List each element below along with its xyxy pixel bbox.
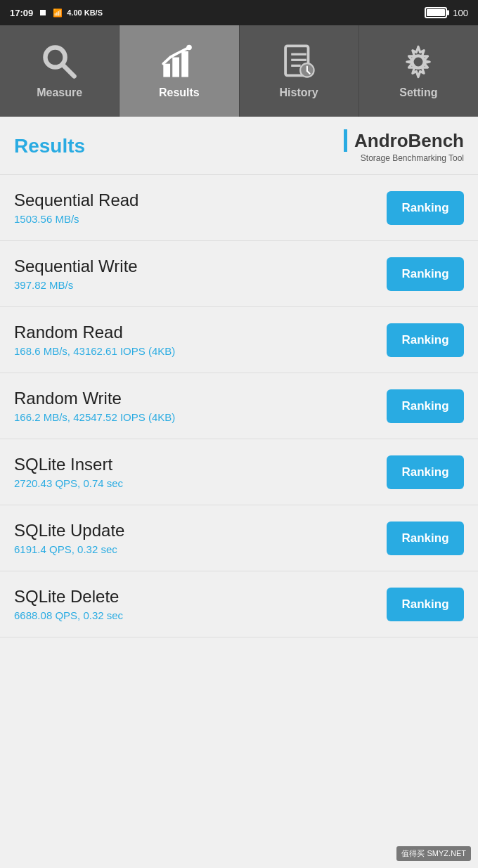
tab-setting[interactable]: Setting [359,25,478,117]
result-value: 2720.43 QPS, 0.74 sec [14,477,387,489]
brand-subtitle: Storage Benchmarking Tool [361,153,464,163]
svg-point-5 [186,45,192,51]
brand-bar [344,129,347,152]
navigation-tabs: Measure Results Histor [0,25,478,117]
page-header: Results AndroBench Storage Benchmarking … [0,117,478,175]
result-info: Sequential Read 1503.56 MB/s [14,190,387,225]
brand-name: AndroBench [344,129,464,152]
result-value: 166.2 MB/s, 42547.52 IOPS (4KB) [14,411,387,423]
ranking-button-sqlite-insert[interactable]: Ranking [387,455,464,489]
result-info: SQLite Delete 6688.08 QPS, 0.32 sec [14,587,387,621]
result-item-sequential-read: Sequential Read 1503.56 MB/s Ranking [0,175,478,241]
gear-icon [399,43,437,81]
result-name: SQLite Insert [14,455,387,474]
svg-rect-3 [172,58,179,77]
status-right: 100 [425,7,468,18]
brand-logo: AndroBench Storage Benchmarking Tool [344,129,464,163]
wifi-icon: 📶 [53,8,63,18]
battery-icon [425,7,447,18]
result-item-sqlite-insert: SQLite Insert 2720.43 QPS, 0.74 sec Rank… [0,439,478,505]
svg-point-13 [413,56,425,67]
tab-results[interactable]: Results [119,25,239,117]
status-bar: 17:09 ⏹ 📶 4.00 KB/S 100 [0,0,478,25]
result-info: Sequential Write 397.82 MB/s [14,257,387,291]
result-value: 6191.4 QPS, 0.32 sec [14,543,387,555]
status-time-area: 17:09 ⏹ 📶 4.00 KB/S [10,8,103,18]
ranking-button-sqlite-delete[interactable]: Ranking [387,588,464,621]
result-name: Sequential Write [14,257,387,276]
svg-line-1 [62,65,74,77]
watermark: 值得买 SMYZ.NET [396,846,471,861]
svg-rect-4 [181,51,188,77]
tab-history[interactable]: History [240,25,359,117]
result-item-sequential-write: Sequential Write 397.82 MB/s Ranking [0,241,478,307]
tab-measure[interactable]: Measure [0,25,119,117]
result-info: SQLite Update 6191.4 QPS, 0.32 sec [14,521,387,555]
result-info: Random Read 168.6 MB/s, 43162.61 IOPS (4… [14,323,387,357]
result-name: Sequential Read [14,190,387,210]
result-name: SQLite Update [14,521,387,540]
page-title: Results [14,135,85,157]
result-name: Random Read [14,323,387,342]
tab-history-label: History [280,86,318,99]
document-icon [280,43,318,81]
status-record-icon: ⏹ [39,8,47,18]
battery-level: 100 [453,8,468,18]
result-value: 168.6 MB/s, 43162.61 IOPS (4KB) [14,345,387,357]
ranking-button-random-read[interactable]: Ranking [387,323,464,357]
ranking-button-sequential-read[interactable]: Ranking [387,191,464,225]
search-icon [41,43,79,81]
result-value: 6688.08 QPS, 0.32 sec [14,609,387,621]
battery-fill [427,9,445,16]
tab-setting-label: Setting [399,86,437,99]
tab-results-label: Results [159,86,200,99]
status-time: 17:09 [10,8,33,18]
ranking-button-sqlite-update[interactable]: Ranking [387,522,464,555]
ranking-button-random-write[interactable]: Ranking [387,389,464,423]
result-value: 397.82 MB/s [14,279,387,291]
result-info: Random Write 166.2 MB/s, 42547.52 IOPS (… [14,389,387,423]
status-icons: 📶 4.00 KB/S [53,8,103,18]
chart-icon [160,43,198,81]
results-list: Sequential Read 1503.56 MB/s Ranking Seq… [0,175,478,637]
tab-measure-label: Measure [37,86,82,99]
ranking-button-sequential-write[interactable]: Ranking [387,257,464,291]
result-item-random-read: Random Read 168.6 MB/s, 43162.61 IOPS (4… [0,307,478,373]
network-speed: 4.00 KB/S [67,8,103,17]
result-name: Random Write [14,389,387,408]
result-item-sqlite-update: SQLite Update 6191.4 QPS, 0.32 sec Ranki… [0,505,478,571]
result-item-random-write: Random Write 166.2 MB/s, 42547.52 IOPS (… [0,373,478,439]
result-name: SQLite Delete [14,587,387,607]
result-item-sqlite-delete: SQLite Delete 6688.08 QPS, 0.32 sec Rank… [0,571,478,637]
result-value: 1503.56 MB/s [14,213,387,225]
result-info: SQLite Insert 2720.43 QPS, 0.74 sec [14,455,387,489]
svg-rect-2 [163,64,170,77]
